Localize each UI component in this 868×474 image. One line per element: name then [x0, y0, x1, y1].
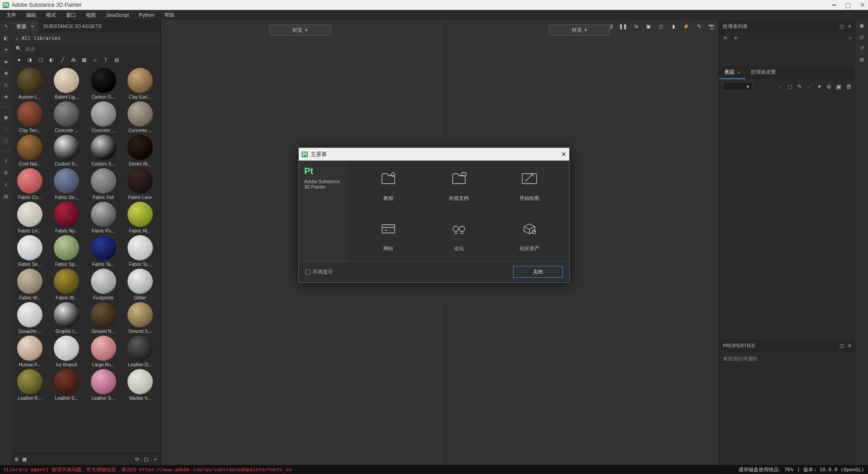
menu-python[interactable]: Python: [134, 11, 159, 19]
close-button[interactable]: 关闭: [513, 266, 563, 278]
material-item[interactable]: Denim Ri...: [124, 135, 156, 166]
close-button[interactable]: ✕: [860, 1, 865, 9]
material-item[interactable]: Footprints: [87, 269, 120, 300]
close-icon[interactable]: ✕: [848, 343, 852, 349]
poly-icon[interactable]: ⬠: [2, 137, 9, 144]
filter-apps-icon[interactable]: ▤: [113, 56, 120, 63]
vis2-icon[interactable]: 👁: [733, 35, 738, 43]
geometry-icon[interactable]: ⬚: [2, 125, 9, 133]
material-item[interactable]: Fabric Se...: [14, 235, 46, 267]
blend-mode-dropdown[interactable]: ▾: [723, 82, 753, 91]
tab-layers[interactable]: 图层×: [719, 66, 745, 79]
material-item[interactable]: Human F...: [14, 336, 46, 367]
welcome-card[interactable]: 教程: [358, 170, 419, 202]
material-item[interactable]: Fabric W...: [50, 269, 83, 300]
export-icon[interactable]: ⇪: [2, 157, 9, 165]
material-item[interactable]: Fabric Co...: [14, 168, 46, 200]
history-icon[interactable]: ≡: [2, 181, 9, 188]
options-icon[interactable]: ≡: [849, 35, 852, 43]
search-input[interactable]: [25, 46, 157, 52]
material-item[interactable]: Gouache ...: [14, 302, 46, 334]
material-item[interactable]: Concrete ...: [50, 101, 83, 133]
filter-env-icon[interactable]: ☼: [91, 56, 99, 63]
filter-brush-icon[interactable]: ╱: [59, 56, 66, 63]
filter-alpha-icon[interactable]: ◐: [48, 56, 55, 63]
screen-icon[interactable]: ▣: [859, 23, 864, 28]
material-item[interactable]: Glitter: [124, 269, 156, 300]
welcome-card[interactable]: 社区资产: [499, 220, 560, 252]
effect-icon[interactable]: ⟋: [777, 83, 783, 90]
menu-js[interactable]: JavaScript: [101, 11, 133, 19]
material-item[interactable]: Custom S...: [50, 135, 83, 166]
fill-icon[interactable]: ▰: [2, 58, 9, 65]
brush-icon[interactable]: ✎: [2, 23, 9, 30]
material-item[interactable]: Fabric Ta...: [87, 235, 120, 267]
tab-assets[interactable]: 资源×: [12, 20, 39, 33]
globe-icon[interactable]: ⊕: [826, 83, 831, 90]
filter-grid-icon[interactable]: ▦: [80, 56, 88, 63]
menu-file[interactable]: 文件: [2, 11, 21, 19]
log-icon[interactable]: ▤: [2, 193, 9, 200]
welcome-card[interactable]: 论坛: [428, 220, 490, 252]
trash-icon[interactable]: 🗑: [846, 83, 852, 90]
library-dropdown[interactable]: › All libraries: [12, 33, 160, 44]
filter-smart-icon[interactable]: ▢: [37, 56, 44, 63]
reload-icon[interactable]: ⟳: [135, 456, 139, 462]
material-item[interactable]: Leather S...: [87, 369, 120, 401]
material-item[interactable]: Fabric Ny...: [50, 202, 83, 233]
menu-edit[interactable]: 编辑: [22, 11, 41, 19]
undock-icon[interactable]: ◫: [840, 24, 844, 29]
material-item[interactable]: Clay Terr...: [14, 101, 46, 133]
material-item[interactable]: Fabric Sp...: [50, 235, 83, 267]
material-item[interactable]: Baked Lig...: [50, 68, 83, 100]
undock-icon[interactable]: ◫: [840, 343, 844, 349]
material-item[interactable]: Fabric Ri...: [124, 202, 156, 233]
material-item[interactable]: Custom S...: [87, 135, 120, 166]
material-item[interactable]: Concrete ...: [87, 101, 120, 133]
material-item[interactable]: Fabric Lace: [124, 168, 156, 200]
close-icon[interactable]: ×: [737, 70, 740, 75]
material-item[interactable]: Graphic t...: [50, 302, 83, 334]
vis1-icon[interactable]: 👁: [723, 35, 728, 43]
modal-close-icon[interactable]: ✕: [561, 151, 566, 158]
maximize-button[interactable]: ▢: [845, 1, 851, 9]
filter-materials-icon[interactable]: ◑: [26, 56, 33, 63]
welcome-card[interactable]: 开始绘图: [499, 170, 560, 202]
paint-layer-icon[interactable]: ⟋: [807, 83, 812, 90]
folder-icon[interactable]: ▢: [144, 456, 148, 462]
eraser-icon[interactable]: ◧: [2, 34, 9, 42]
log2-icon[interactable]: ▤: [859, 57, 864, 62]
welcome-card[interactable]: 网站: [358, 220, 419, 252]
tab-substance3d[interactable]: SUBSTANCE 3D ASSETS: [39, 21, 106, 32]
dont-show-checkbox[interactable]: 不再显示: [305, 269, 333, 275]
projection-icon[interactable]: ✦: [2, 46, 9, 53]
material-item[interactable]: Marble V...: [124, 369, 156, 401]
tab-texset-settings[interactable]: 纹理条设置: [745, 66, 781, 79]
material-item[interactable]: Ground N...: [87, 302, 120, 334]
material-item[interactable]: Carbon Fi...: [87, 68, 120, 100]
material-item[interactable]: Concrete ...: [124, 101, 156, 133]
filter-particle-icon[interactable]: ⁂: [70, 56, 77, 63]
menu-mode[interactable]: 模式: [42, 11, 61, 19]
filter-all-icon[interactable]: ●: [15, 56, 23, 63]
material-item[interactable]: Fabric To...: [124, 235, 156, 267]
material-item[interactable]: Fabric W...: [14, 269, 46, 300]
mask-icon[interactable]: ◻: [788, 83, 793, 90]
folder-icon[interactable]: ▣: [836, 83, 841, 90]
material-item[interactable]: Fabric Pu...: [87, 202, 120, 233]
material-item[interactable]: Fabric De...: [50, 168, 83, 200]
globe2-icon[interactable]: ◎: [859, 34, 864, 40]
material-icon[interactable]: ▣: [2, 114, 9, 121]
material-item[interactable]: Leather G...: [124, 336, 156, 367]
clone-icon[interactable]: ⎘: [2, 81, 9, 89]
material-item[interactable]: Fabric Felt: [87, 168, 120, 200]
material-item[interactable]: Leather S...: [50, 369, 83, 401]
menu-help[interactable]: 帮助: [160, 11, 179, 19]
material-item[interactable]: Ground S...: [124, 302, 156, 334]
fill-layer-icon[interactable]: ✎: [797, 83, 802, 90]
add-icon[interactable]: ＋: [153, 456, 158, 463]
smart-icon[interactable]: ✦: [817, 83, 822, 90]
menu-view[interactable]: 视图: [81, 11, 100, 19]
text-icon[interactable]: ✚: [2, 93, 9, 100]
list-view-icon[interactable]: ≣: [14, 456, 19, 462]
